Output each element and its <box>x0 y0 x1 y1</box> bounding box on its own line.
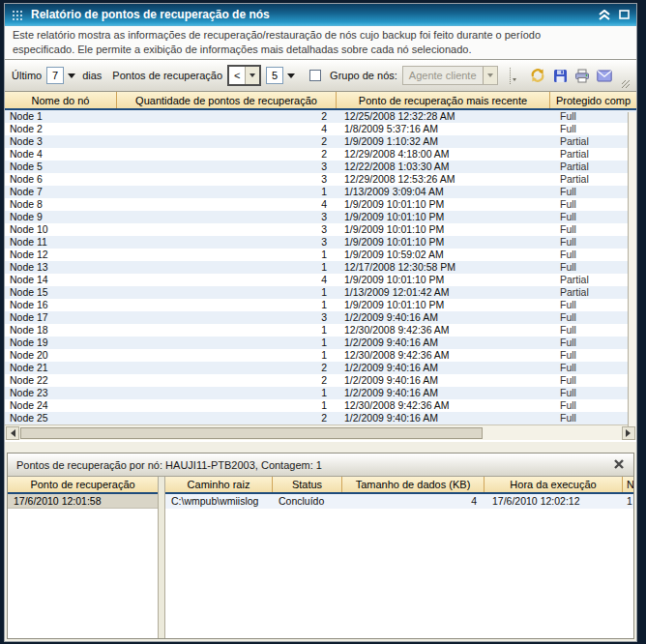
table-row[interactable]: Node 20112/30/2008 9:42:36 AMFull <box>5 349 636 362</box>
table-row[interactable]: Node 841/9/2009 10:01:10 PMFull <box>5 198 636 211</box>
detail-right-table: Caminho raiz Status Tamanho de dados (KB… <box>165 477 633 638</box>
column-header-number[interactable]: Nú <box>623 477 633 492</box>
cell-rp-count: 3 <box>117 223 337 236</box>
chevron-down-icon[interactable] <box>287 73 295 82</box>
cell-protected: Full <box>550 110 636 123</box>
table-row[interactable]: Node 6312/29/2008 12:53:26 AMPartial <box>5 173 636 186</box>
refresh-icon[interactable] <box>529 68 546 84</box>
days-combo[interactable]: 7 <box>46 67 77 84</box>
titlebar: Relatório de pontos de recuperação de nó… <box>5 4 636 26</box>
cell-node-name: Node 2 <box>5 123 117 135</box>
table-row[interactable]: C:\wmpub\wmiislog Concluído 4 17/6/2010 … <box>165 494 633 509</box>
table-row[interactable]: Node 1131/9/2009 10:01:10 PMFull <box>5 236 636 249</box>
drag-grip-icon[interactable] <box>12 10 24 20</box>
resize-gripper-icon[interactable] <box>622 80 630 88</box>
table-row[interactable]: Node 2311/2/2009 9:40:16 AMFull <box>5 387 636 399</box>
count-value[interactable]: 5 <box>266 67 283 84</box>
table-row[interactable]: Node 1441/9/2009 10:01:10 PMPartial <box>5 274 636 286</box>
table-row[interactable]: Node 2221/2/2009 9:40:16 AMFull <box>5 374 636 387</box>
cell-most-recent: 1/9/2009 10:01:10 PM <box>337 223 550 236</box>
table-row[interactable]: Node 1212/25/2008 12:32:28 AMFull <box>5 110 636 123</box>
table-row[interactable]: Node 13112/17/2008 12:30:58 PMFull <box>5 261 636 274</box>
table-row[interactable]: Node 1611/9/2009 10:01:10 PMFull <box>5 299 636 311</box>
maximize-icon[interactable] <box>619 10 630 19</box>
column-header-data-size[interactable]: Tamanho de dados (KB) <box>342 477 484 492</box>
toolbar-overflow-gripper[interactable] <box>510 68 518 84</box>
table-row[interactable]: Node 2521/2/2009 9:40:16 AMFull <box>5 412 636 424</box>
table-row[interactable]: Node 24112/30/2008 9:42:36 AMFull <box>5 399 636 412</box>
cell-rp-count: 1 <box>117 324 337 337</box>
cell-rp-count: 3 <box>117 311 337 324</box>
pane-splitter[interactable] <box>159 477 165 638</box>
screen: Relatório de pontos de recuperação de nó… <box>0 0 646 644</box>
email-icon[interactable] <box>596 68 613 84</box>
scroll-left-button[interactable] <box>6 426 19 440</box>
node-group-checkbox[interactable] <box>309 70 321 81</box>
column-header-exec-time[interactable]: Hora da execução <box>484 477 623 492</box>
vertical-scrollbar[interactable] <box>628 112 636 426</box>
cell-node-name: Node 22 <box>5 374 117 387</box>
table-row[interactable]: Node 321/9/2009 1:10:32 AMPartial <box>5 135 636 148</box>
print-icon[interactable] <box>573 68 591 84</box>
cell-most-recent: 1/9/2009 10:59:02 AM <box>337 249 550 261</box>
column-header-node-name[interactable]: Nome do nó <box>5 92 117 108</box>
table-row[interactable]: Node 931/9/2009 10:01:10 PMFull <box>5 211 636 223</box>
horizontal-scrollbar[interactable] <box>5 424 636 440</box>
collapse-icon[interactable] <box>598 10 611 20</box>
column-header-recovery-point[interactable]: Ponto de recuperação <box>8 477 158 494</box>
cell-protected: Full <box>550 349 636 362</box>
cell-node-name: Node 24 <box>5 399 117 412</box>
cell-node-name: Node 16 <box>5 299 117 311</box>
node-table-body: Node 1212/25/2008 12:32:28 AMFullNode 24… <box>5 110 636 424</box>
column-header-protected[interactable]: Protegido comp <box>550 92 636 108</box>
close-icon[interactable] <box>613 458 625 472</box>
days-value[interactable]: 7 <box>46 67 64 84</box>
table-row[interactable]: Node 2121/2/2009 9:40:16 AMFull <box>5 362 636 374</box>
description-line-1: Este relatório mostra as informações de … <box>13 28 629 43</box>
table-row[interactable]: Node 4212/29/2008 4:18:00 AMPartial <box>5 148 636 161</box>
report-description: Este relatório mostra as informações de … <box>5 26 636 60</box>
cell-rp-count: 3 <box>117 211 337 223</box>
table-row[interactable]: Node 1511/13/2009 12:01:42 AMPartial <box>5 286 636 299</box>
column-header-status[interactable]: Status <box>273 477 342 492</box>
cell-rp-count: 1 <box>117 261 337 274</box>
scrollbar-thumb[interactable] <box>20 427 483 439</box>
cell-most-recent: 1/9/2009 10:01:10 PM <box>337 211 550 223</box>
table-row[interactable]: 17/6/2010 12:01:58 <box>8 494 158 509</box>
cell-rp-count: 1 <box>117 286 337 299</box>
cell-rp-count: 1 <box>117 299 337 311</box>
cell-node-name: Node 12 <box>5 249 117 261</box>
recovery-points-label: Pontos de recuperação <box>112 70 222 81</box>
scroll-right-button[interactable] <box>622 426 635 440</box>
table-row[interactable]: Node 1911/2/2009 9:40:16 AMFull <box>5 337 636 349</box>
cell-protected: Full <box>550 186 636 198</box>
cell-rp-count: 2 <box>117 135 337 148</box>
node-group-value: Agente cliente <box>403 70 483 81</box>
column-header-rp-count[interactable]: Quantidade de pontos de recuperação <box>117 92 337 108</box>
count-combo[interactable]: 5 <box>266 67 297 84</box>
table-row[interactable]: Node 711/13/2009 3:09:04 AMFull <box>5 186 636 198</box>
cell-most-recent: 1/2/2009 9:40:16 AM <box>337 311 550 324</box>
table-row[interactable]: Node 5312/22/2008 1:03:30 AMPartial <box>5 161 636 173</box>
cell-node-name: Node 6 <box>5 173 117 186</box>
save-icon[interactable] <box>551 68 569 84</box>
cell-node-name: Node 19 <box>5 337 117 349</box>
column-header-most-recent[interactable]: Ponto de recuperação mais recente <box>337 92 550 108</box>
cell-node-name: Node 3 <box>5 135 117 148</box>
cell-protected: Full <box>550 211 636 223</box>
table-row[interactable]: Node 1211/9/2009 10:59:02 AMFull <box>5 249 636 261</box>
cell-rp-count: 2 <box>117 362 337 374</box>
chevron-down-icon[interactable] <box>245 67 259 84</box>
operator-combo[interactable]: < <box>227 65 261 86</box>
table-row[interactable]: Node 1731/2/2009 9:40:16 AMFull <box>5 311 636 324</box>
cell-root-path: C:\wmpub\wmiislog <box>165 494 273 509</box>
cell-protected: Full <box>550 387 636 399</box>
table-row[interactable]: Node 18112/30/2008 9:42:36 AMFull <box>5 324 636 337</box>
column-header-root-path[interactable]: Caminho raiz <box>165 477 273 492</box>
table-row[interactable]: Node 241/8/2009 5:37:16 AMFull <box>5 123 636 135</box>
operator-value[interactable]: < <box>229 70 245 81</box>
table-row[interactable]: Node 1031/9/2009 10:01:10 PMFull <box>5 223 636 236</box>
cell-protected: Full <box>550 236 636 249</box>
cell-protected: Full <box>550 324 636 337</box>
chevron-down-icon[interactable] <box>68 73 75 82</box>
